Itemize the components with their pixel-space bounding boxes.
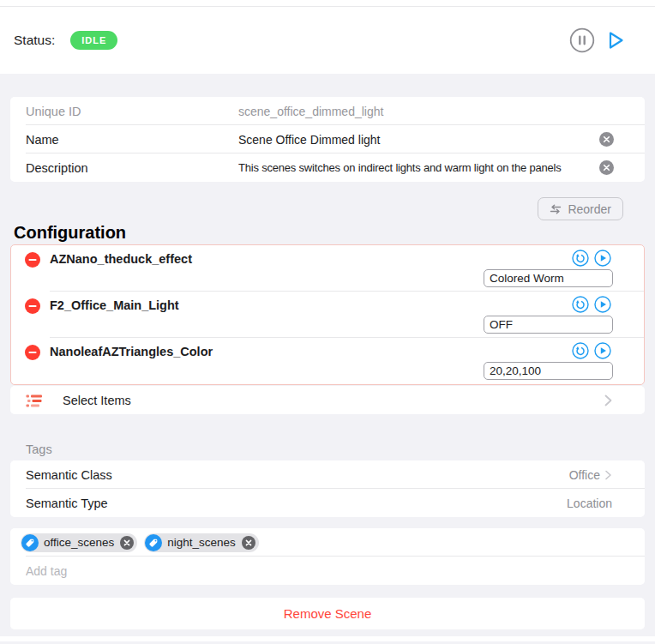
undo-circle-icon [572, 250, 589, 267]
description-label: Description [26, 161, 238, 175]
tag-chip: office_scenes [21, 533, 137, 552]
clear-circle-icon [599, 160, 614, 175]
name-clear-button[interactable] [599, 132, 614, 147]
tag-chip-label: office_scenes [44, 536, 114, 549]
remove-item-button[interactable] [25, 252, 40, 268]
semantic-type-row[interactable]: Semantic Type Location [10, 489, 645, 517]
add-tag-input[interactable] [26, 564, 614, 578]
tag-chip-label: night_scenes [167, 536, 236, 549]
semantic-type-value: Location [567, 497, 612, 510]
tags-chips-card: office_scenes night_scenes [10, 528, 645, 585]
unique-id-value: scene_office_dimmed_light [238, 105, 614, 118]
clear-circle-icon [599, 132, 614, 147]
name-value[interactable]: Scene Office Dimmed light [238, 133, 592, 147]
add-tag-row [10, 557, 645, 585]
run-item-button[interactable] [594, 250, 611, 267]
minus-circle-icon [25, 252, 40, 268]
run-item-button[interactable] [594, 296, 611, 313]
remove-item-button[interactable] [25, 298, 40, 314]
reorder-icon [550, 204, 562, 214]
semantic-class-row[interactable]: Semantic Class Office [10, 460, 645, 489]
list-icon [25, 393, 44, 408]
tag-chip-remove-button[interactable] [242, 536, 255, 550]
undo-circle-icon [572, 296, 589, 313]
semantic-class-label: Semantic Class [26, 468, 238, 482]
run-button[interactable] [603, 28, 627, 52]
minus-circle-icon [25, 345, 40, 360]
tag-circle-icon [145, 534, 162, 551]
configuration-card: AZNano_theduck_effect [10, 244, 645, 385]
chevron-right-icon [604, 393, 613, 408]
clear-circle-icon [120, 536, 134, 550]
remove-scene-button[interactable]: Remove Scene [10, 598, 645, 629]
top-divider [0, 0, 655, 7]
undo-circle-icon [572, 342, 589, 359]
play-circle-icon [594, 250, 611, 267]
status-badge: IDLE [70, 31, 117, 50]
run-item-button[interactable] [594, 342, 611, 359]
config-item-name: F2_Office_Main_Light [50, 298, 179, 312]
semantic-card: Semantic Class Office Semantic Type Loca… [10, 460, 645, 517]
name-label: Name [26, 133, 238, 147]
undo-button[interactable] [572, 342, 589, 359]
config-value-input[interactable] [484, 269, 613, 287]
config-item-name: NanoleafAZTriangles_Color [50, 345, 213, 358]
clear-circle-icon [242, 536, 255, 550]
config-value-input[interactable] [484, 362, 613, 380]
scene-details-card: Unique ID scene_office_dimmed_light Name… [10, 97, 645, 182]
reorder-label: Reorder [568, 202, 611, 216]
config-row-aznano: AZNano_theduck_effect [11, 245, 644, 292]
status-label: Status: [14, 33, 55, 48]
undo-button[interactable] [572, 296, 589, 313]
description-value[interactable]: This scenes switches on indirect lights … [238, 161, 592, 174]
tags-section-title: Tags [26, 442, 655, 456]
play-circle-icon [594, 342, 611, 359]
tag-chip: night_scenes [144, 533, 259, 552]
semantic-class-value: Office [569, 468, 600, 482]
pause-icon [569, 27, 595, 53]
unique-id-label: Unique ID [26, 105, 238, 118]
chevron-right-icon [604, 469, 612, 481]
description-clear-button[interactable] [599, 160, 614, 175]
pause-button[interactable] [569, 27, 595, 53]
config-row-f2-office: F2_Office_Main_Light [11, 292, 644, 338]
bottom-strip [0, 636, 655, 641]
config-row-nanoleaf: NanoleafAZTriangles_Color [11, 338, 644, 384]
config-value-input[interactable] [484, 316, 613, 334]
name-row: Name Scene Office Dimmed light [10, 125, 645, 153]
select-items-label: Select Items [63, 394, 131, 407]
unique-id-row: Unique ID scene_office_dimmed_light [10, 97, 645, 125]
remove-scene-label: Remove Scene [284, 606, 372, 621]
play-circle-icon [594, 296, 611, 313]
semantic-type-label: Semantic Type [26, 497, 238, 510]
tag-circle-icon [21, 534, 39, 551]
minus-circle-icon [25, 298, 40, 314]
select-items-row[interactable]: Select Items [10, 386, 645, 414]
reorder-button[interactable]: Reorder [538, 197, 623, 220]
config-item-name: AZNano_theduck_effect [50, 252, 192, 266]
undo-button[interactable] [572, 250, 589, 267]
status-bar: Status: IDLE [0, 0, 655, 74]
play-icon [603, 28, 627, 52]
remove-item-button[interactable] [25, 345, 40, 360]
tag-chip-remove-button[interactable] [120, 536, 134, 550]
configuration-title: Configuration [14, 221, 655, 244]
description-row: Description This scenes switches on indi… [10, 153, 645, 182]
